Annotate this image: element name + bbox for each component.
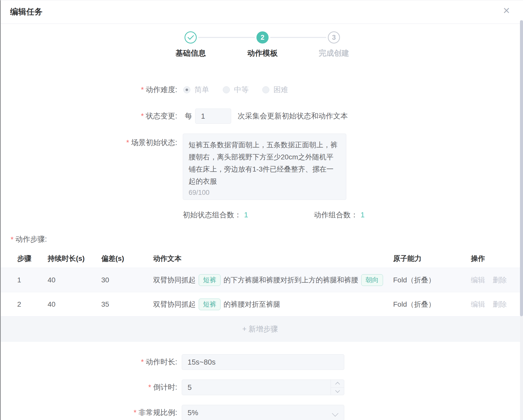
action-duration-row: *动作时长: 15s~80s	[0, 354, 523, 370]
ability-cell: Fold（折叠）	[393, 300, 471, 309]
required-asterisk: *	[134, 408, 136, 416]
action-text: 双臂协同抓起	[153, 300, 196, 309]
action-text: 的下方裤腿和裤腰对折到上方的裤腿和裤腰	[224, 275, 358, 285]
edit-button[interactable]: 编辑	[471, 300, 485, 309]
dialog-title: 编辑任务	[10, 6, 43, 17]
deviation-cell: 35	[101, 300, 153, 308]
operations-cell: 编辑删除	[471, 275, 513, 285]
number-spinner	[331, 380, 344, 395]
step-2-label: 动作模板	[232, 48, 293, 58]
spinner-down-button[interactable]	[331, 388, 344, 395]
action-text-cell: 双臂协同抓起短裤的下方裤腿和裤腰对折到上方的裤腿和裤腰朝向	[153, 274, 393, 286]
deviation-cell: 30	[101, 276, 153, 284]
step-2-number: 2	[260, 34, 264, 41]
table-header-row: 步骤 持续时长(s) 偏差(s) 动作文本 原子能力 操作	[0, 249, 520, 268]
radio-circle-icon	[223, 86, 230, 93]
scrollbar-track[interactable]	[520, 20, 523, 420]
action-combo-count: 动作组合数：1	[314, 210, 365, 220]
header-duration: 持续时长(s)	[48, 254, 101, 263]
delete-button[interactable]: 删除	[493, 300, 507, 309]
close-icon[interactable]: ×	[503, 5, 510, 16]
window-top-edge	[0, 0, 523, 0]
combo-counts-row: 初始状态组合数：1 动作组合数：1	[0, 211, 523, 220]
step-3-label: 完成创建	[304, 48, 364, 58]
char-counter: 69/100	[189, 189, 210, 196]
action-steps-label: *动作步骤:	[11, 235, 523, 244]
entity-tag: 短裤	[199, 299, 220, 310]
entity-tag: 朝向	[361, 274, 383, 286]
step-connector	[270, 37, 326, 38]
duration-cell: 40	[48, 300, 101, 308]
step-connector	[198, 37, 255, 38]
radio-option[interactable]: 困难	[262, 85, 288, 95]
initial-combo-count: 初始状态组合数：1	[183, 210, 248, 220]
initial-state-text: 短裤五条数据背面朝上，五条数据正面朝上，裤腰朝右，离头部视野下方至少20cm之外…	[189, 141, 337, 185]
delete-button[interactable]: 删除	[493, 275, 507, 285]
entity-tag: 短裤	[199, 274, 220, 286]
radio-option-label: 困难	[273, 85, 288, 95]
state-change-row: *状态变更: 每 次采集会更新初始状态和动作文本	[0, 108, 523, 124]
scrollbar-thumb[interactable]	[520, 20, 523, 316]
radio-option[interactable]: 中等	[223, 85, 249, 95]
chevron-down-icon	[332, 410, 338, 416]
unusual-ratio-label: *非常规比例:	[0, 408, 177, 418]
state-change-prefix: 每	[185, 111, 192, 121]
radio-option-label: 简单	[194, 85, 209, 95]
difficulty-options: 简单中等困难	[183, 85, 288, 95]
action-text-cell: 双臂协同抓起短裤的裤腰对折至裤腿	[153, 299, 393, 310]
step-1-circle	[185, 31, 197, 44]
initial-combo-value: 1	[244, 211, 248, 219]
ability-cell: Fold（折叠）	[393, 275, 471, 285]
action-duration-input[interactable]: 15s~80s	[182, 354, 344, 370]
step-3-circle: 3	[328, 31, 340, 44]
action-duration-label: *动作时长:	[0, 357, 177, 367]
header-deviation: 偏差(s)	[101, 254, 153, 263]
countdown-row: *倒计时: 5	[0, 379, 523, 395]
step-2-circle: 2	[256, 31, 269, 44]
difficulty-label: *动作难度:	[0, 85, 177, 95]
required-asterisk: *	[126, 138, 129, 146]
radio-circle-icon	[183, 86, 190, 93]
table-row: 14030双臂协同抓起短裤的下方裤腿和裤腰对折到上方的裤腿和裤腰朝向Fold（折…	[0, 268, 520, 292]
initial-state-label: *场景初始状态:	[0, 134, 177, 148]
edit-button[interactable]: 编辑	[471, 275, 485, 285]
header-step: 步骤	[17, 254, 48, 263]
countdown-label: *倒计时:	[0, 382, 177, 392]
countdown-input[interactable]: 5	[182, 380, 344, 395]
action-combo-value: 1	[360, 211, 365, 219]
add-step-button[interactable]: + 新增步骤	[0, 317, 520, 342]
initial-state-textarea[interactable]: 短裤五条数据背面朝上，五条数据正面朝上，裤腰朝右，离头部视野下方至少20cm之外…	[183, 134, 346, 200]
radio-circle-icon	[262, 86, 269, 93]
header-operations: 操作	[471, 254, 513, 263]
required-asterisk: *	[141, 112, 144, 120]
required-asterisk: *	[141, 358, 144, 366]
step-cell: 1	[17, 276, 48, 284]
action-text: 双臂协同抓起	[153, 275, 196, 285]
step-1-label: 基础信息	[160, 48, 221, 58]
action-text: 的裤腰对折至裤腿	[224, 300, 280, 309]
check-icon	[187, 33, 194, 40]
table-row: 24035双臂协同抓起短裤的裤腰对折至裤腿Fold（折叠）编辑删除	[0, 292, 520, 317]
state-change-input[interactable]	[195, 109, 231, 124]
duration-cell: 40	[48, 276, 101, 284]
window-left-edge	[0, 0, 1, 420]
spinner-up-button[interactable]	[331, 380, 344, 388]
chevron-down-icon	[335, 388, 340, 393]
dialog-header: 编辑任务 ×	[0, 0, 523, 24]
step-cell: 2	[17, 300, 48, 308]
required-asterisk: *	[11, 235, 13, 244]
chevron-up-icon	[335, 382, 340, 387]
steps-table-body: 14030双臂协同抓起短裤的下方裤腿和裤腰对折到上方的裤腿和裤腰朝向Fold（折…	[0, 268, 520, 317]
required-asterisk: *	[148, 383, 151, 391]
action-steps-table: 步骤 持续时长(s) 偏差(s) 动作文本 原子能力 操作 14030双臂协同抓…	[0, 249, 520, 342]
state-change-suffix: 次采集会更新初始状态和动作文本	[238, 111, 348, 121]
required-asterisk: *	[141, 86, 144, 94]
unusual-ratio-select[interactable]: 5%	[182, 405, 344, 420]
unusual-ratio-row: *非常规比例: 5%	[0, 405, 523, 420]
state-change-label: *状态变更:	[0, 111, 177, 121]
dialog-body: 2 3 基础信息 动作模板 完成创建 *动作难度: 简单中等困难 *状态变更: …	[0, 24, 523, 420]
difficulty-row: *动作难度: 简单中等困难	[0, 82, 523, 98]
initial-state-row: *场景初始状态: 短裤五条数据背面朝上，五条数据正面朝上，裤腰朝右，离头部视野下…	[0, 134, 523, 200]
radio-option[interactable]: 简单	[183, 85, 209, 95]
header-ability: 原子能力	[393, 254, 471, 263]
